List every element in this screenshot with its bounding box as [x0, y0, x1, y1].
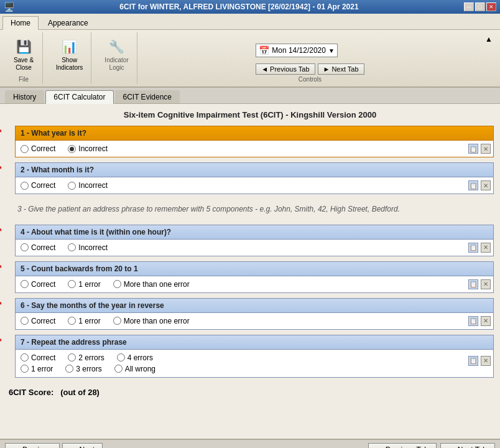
score-section: 6CIT Score: (out of 28): [6, 383, 494, 402]
tab-home[interactable]: Home: [2, 16, 39, 30]
indicator-logic-button[interactable]: 🔧 IndicatorLogic: [100, 34, 132, 75]
q2-clear-button[interactable]: ✕: [481, 180, 491, 190]
ribbon-collapse-button[interactable]: ▲: [483, 32, 495, 46]
q2-incorrect-radio[interactable]: [68, 182, 76, 190]
q1-copy-icon[interactable]: 📋: [468, 144, 478, 154]
q7-copy-icon[interactable]: 📋: [468, 356, 478, 366]
q6-correct-radio[interactable]: [21, 317, 29, 325]
q4-correct-option[interactable]: Correct: [21, 243, 55, 252]
q7-1error-option[interactable]: 1 error: [21, 365, 53, 373]
q4-incorrect-option[interactable]: Incorrect: [68, 243, 108, 252]
minimize-button[interactable]: ─: [464, 2, 474, 11]
tab-history[interactable]: History: [5, 90, 44, 103]
q2-correct-label: Correct: [31, 181, 55, 190]
q5-1error-radio[interactable]: [68, 280, 76, 288]
q7-3errors-radio[interactable]: [65, 365, 73, 373]
previous-button[interactable]: ◄ Previous: [5, 443, 60, 448]
q4-copy-icon[interactable]: 📋: [468, 243, 478, 253]
q7-2errors-label: 2 errors: [78, 353, 104, 362]
q4-incorrect-radio[interactable]: [68, 243, 76, 251]
question-5-block: * 5 - Count backwards from 20 to 1 Corre…: [6, 261, 494, 293]
q6-1error-label: 1 error: [78, 317, 100, 325]
q7-4errors-radio[interactable]: [117, 353, 125, 362]
q4-correct-radio[interactable]: [21, 243, 29, 251]
q6-clear-button[interactable]: ✕: [481, 316, 491, 326]
q2-incorrect-label: Incorrect: [78, 181, 108, 190]
q2-incorrect-option[interactable]: Incorrect: [68, 181, 108, 190]
close-button[interactable]: ✕: [486, 2, 496, 11]
previous-icon: ◄: [13, 446, 21, 448]
q1-correct-option[interactable]: Correct: [21, 144, 55, 153]
ribbon-tab-bar: Home Appearance: [0, 14, 500, 30]
q5-moreerror-radio[interactable]: [113, 280, 121, 288]
q1-header: 1 - What year is it?: [15, 126, 494, 141]
q7-header: 7 - Repeat the address phrase: [15, 335, 494, 350]
q6-1error-radio[interactable]: [68, 317, 76, 325]
date-picker[interactable]: 📅 Mon 14/12/2020 ▼: [256, 44, 338, 57]
q7-clear-button[interactable]: ✕: [481, 356, 491, 366]
q1-incorrect-option[interactable]: Incorrect: [68, 144, 108, 153]
bottom-previous-tab-button[interactable]: ◄ Previous Tab: [368, 443, 437, 448]
q6-required-star: *: [0, 301, 2, 309]
q1-incorrect-radio[interactable]: [68, 145, 76, 153]
previous-tab-button[interactable]: ◄ Previous Tab: [256, 63, 315, 75]
q6-correct-option[interactable]: Correct: [21, 317, 55, 325]
q6-moreerror-radio[interactable]: [113, 317, 121, 325]
q5-correct-label: Correct: [31, 280, 55, 289]
q5-clear-button[interactable]: ✕: [481, 279, 491, 289]
q4-label: 4 - About what time is it (within one ho…: [21, 228, 171, 236]
q1-clear-button[interactable]: ✕: [481, 144, 491, 154]
q6-copy-icon[interactable]: 📋: [468, 316, 478, 326]
previous-label: Previous: [22, 446, 52, 448]
q7-2errors-option[interactable]: 2 errors: [68, 353, 104, 362]
q7-required-star: *: [0, 337, 2, 346]
q1-required-star: *: [0, 128, 2, 137]
tab-6cit-evidence[interactable]: 6CIT Evidence: [115, 90, 180, 103]
q2-correct-option[interactable]: Correct: [21, 181, 55, 190]
q6-1error-option[interactable]: 1 error: [68, 317, 100, 325]
q7-allwrong-option[interactable]: All wrong: [114, 365, 155, 373]
score-value: [56, 388, 58, 397]
q7-2errors-radio[interactable]: [68, 353, 76, 362]
file-group-label: File: [19, 76, 29, 83]
bottom-previous-tab-label: Previous Tab: [386, 446, 428, 448]
q7-correct-radio[interactable]: [21, 353, 29, 362]
tab-6cit-calculator[interactable]: 6CIT Calculator: [45, 90, 113, 104]
q5-answers: Correct 1 error More than one error 📋 ✕: [15, 276, 494, 293]
maximize-button[interactable]: □: [475, 2, 485, 11]
q1-correct-radio[interactable]: [21, 145, 29, 153]
show-indicators-button[interactable]: 📊 ShowIndicators: [52, 34, 87, 75]
q7-1error-radio[interactable]: [21, 365, 29, 373]
q4-header: 4 - About what time is it (within one ho…: [15, 225, 494, 240]
next-tab-button[interactable]: ► Next Tab: [318, 63, 364, 75]
q7-correct-label: Correct: [31, 353, 55, 362]
q5-moreerror-option[interactable]: More than one error: [113, 280, 190, 289]
q2-correct-radio[interactable]: [21, 182, 29, 190]
q7-3errors-option[interactable]: 3 errors: [65, 365, 101, 373]
date-dropdown-icon[interactable]: ▼: [328, 47, 335, 54]
tab-appearance[interactable]: Appearance: [40, 16, 96, 29]
q7-allwrong-radio[interactable]: [114, 365, 123, 373]
save-close-button[interactable]: 💾 Save &Close: [9, 34, 39, 75]
q7-4errors-option[interactable]: 4 errors: [117, 353, 153, 362]
next-tab-label: Next Tab: [331, 65, 358, 73]
q4-correct-label: Correct: [31, 243, 55, 252]
prev-tab-icon: ◄: [261, 65, 268, 73]
bottom-next-tab-button[interactable]: ► Next Tab: [440, 443, 495, 448]
question-7-block: * 7 - Repeat the address phrase Correct …: [6, 335, 494, 378]
q5-correct-option[interactable]: Correct: [21, 280, 55, 289]
next-icon: ►: [70, 446, 78, 448]
window-controls: ─ □ ✕: [464, 2, 496, 11]
q2-copy-icon[interactable]: 📋: [468, 180, 478, 190]
q6-moreerror-option[interactable]: More than one error: [113, 317, 190, 325]
next-button[interactable]: ► Next: [62, 443, 103, 448]
q2-required-star: *: [0, 165, 2, 174]
q7-correct-option[interactable]: Correct: [21, 353, 55, 362]
controls-group-label: Controls: [299, 76, 322, 83]
indicators-group-label: [68, 76, 70, 83]
q4-clear-button[interactable]: ✕: [481, 243, 491, 253]
q1-correct-label: Correct: [31, 144, 55, 153]
q5-correct-radio[interactable]: [21, 280, 29, 288]
q5-copy-icon[interactable]: 📋: [468, 279, 478, 289]
q5-1error-option[interactable]: 1 error: [68, 280, 100, 289]
